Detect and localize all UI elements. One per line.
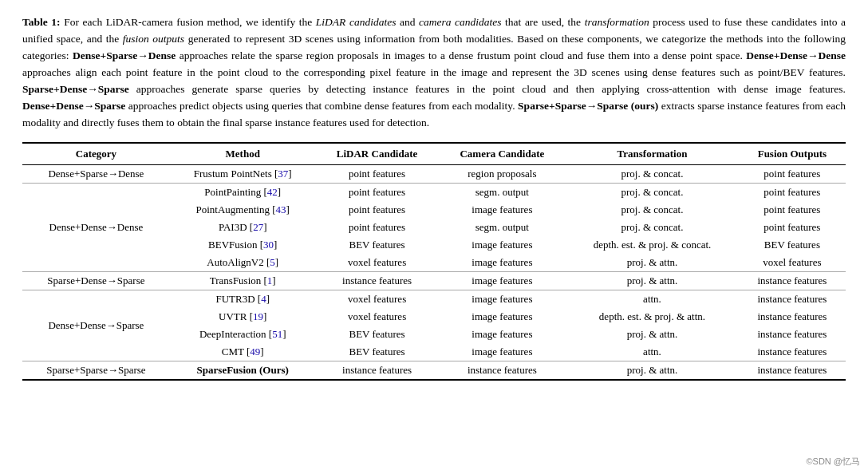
category-cell: Sparse+Sparse→Sparse (22, 361, 170, 381)
caption-text1: For each LiDAR-camera fusion method, we … (61, 16, 316, 28)
method-cell: PointAugmenting [43] (170, 201, 316, 219)
table-row: Dense+Sparse→DenseFrustum PointNets [37]… (22, 165, 846, 184)
table-row: Dense+Dense→DensePointPainting [42]point… (22, 184, 846, 202)
lidar-cell: voxel features (316, 290, 439, 309)
fusion-cell: instance features (739, 326, 846, 343)
camera-cell: region proposals (439, 165, 566, 184)
comparison-table: Category Method LiDAR Candidate Camera C… (22, 142, 846, 381)
category-cell: Dense+Dense→Dense (22, 184, 170, 272)
caption-text3: that are used, the (502, 16, 585, 28)
table-header-row: Category Method LiDAR Candidate Camera C… (22, 143, 846, 165)
lidar-cell: point features (316, 184, 439, 202)
method-cell: BEVFusion [30] (170, 236, 316, 254)
transform-cell: proj. & concat. (566, 165, 739, 184)
caption-text6: approaches relate the sparse region prop… (176, 49, 746, 61)
camera-cell: image features (439, 326, 566, 343)
caption-cat2: Dense+Dense→Dense (746, 49, 846, 61)
camera-cell: instance features (439, 361, 566, 381)
method-cell: SparseFusion (Ours) (170, 361, 316, 381)
transform-cell: depth. est. & proj. & attn. (566, 308, 739, 326)
caption-text9: approaches predict objects using queries… (125, 100, 518, 112)
method-cell: DeepInteraction [51] (170, 326, 316, 343)
method-cell: Frustum PointNets [37] (170, 165, 316, 184)
lidar-cell: BEV features (316, 236, 439, 254)
camera-cell: image features (439, 290, 566, 309)
lidar-cell: point features (316, 219, 439, 236)
camera-cell: image features (439, 272, 566, 290)
camera-cell: segm. output (439, 219, 566, 236)
col-header-camera: Camera Candidate (439, 143, 566, 165)
method-cell: PAI3D [27] (170, 219, 316, 236)
transform-cell: proj. & concat. (566, 201, 739, 219)
transform-cell: attn. (566, 343, 739, 361)
camera-cell: image features (439, 236, 566, 254)
transform-cell: proj. & attn. (566, 272, 739, 290)
caption-transformation: transformation (585, 16, 649, 28)
col-header-method: Method (170, 143, 316, 165)
lidar-cell: point features (316, 201, 439, 219)
fusion-cell: BEV features (739, 236, 846, 254)
table-caption: Table 1: For each LiDAR-camera fusion me… (22, 14, 846, 131)
category-cell: Dense+Dense→Sparse (22, 290, 170, 361)
camera-cell: segm. output (439, 184, 566, 202)
fusion-cell: point features (739, 201, 846, 219)
transform-cell: proj. & attn. (566, 254, 739, 272)
lidar-cell: voxel features (316, 254, 439, 272)
transform-cell: proj. & concat. (566, 184, 739, 202)
table-label: Table 1: (22, 16, 61, 28)
caption-cat4: Dense+Dense→Sparse (22, 100, 125, 112)
lidar-cell: instance features (316, 361, 439, 381)
method-cell: AutoAlignV2 [5] (170, 254, 316, 272)
camera-cell: image features (439, 343, 566, 361)
lidar-cell: instance features (316, 272, 439, 290)
caption-cat5: Sparse+Sparse→Sparse (ours) (518, 100, 658, 112)
camera-cell: image features (439, 201, 566, 219)
transform-cell: proj. & attn. (566, 326, 739, 343)
caption-camera: camera candidates (419, 16, 502, 28)
caption-text7: approaches align each point feature in t… (22, 66, 846, 78)
transform-cell: depth. est. & proj. & concat. (566, 236, 739, 254)
method-cell: UVTR [19] (170, 308, 316, 326)
transform-cell: attn. (566, 290, 739, 309)
caption-text8: approaches generate sparse queries by de… (129, 83, 846, 95)
fusion-cell: instance features (739, 343, 846, 361)
method-cell: TransFusion [1] (170, 272, 316, 290)
caption-cat3: Sparse+Dense→Sparse (22, 83, 129, 95)
fusion-cell: instance features (739, 361, 846, 381)
col-header-fusion: Fusion Outputs (739, 143, 846, 165)
table-row: Dense+Dense→SparseFUTR3D [4]voxel featur… (22, 290, 846, 309)
transform-cell: proj. & attn. (566, 361, 739, 381)
category-cell: Sparse+Dense→Sparse (22, 272, 170, 290)
watermark: ©SDN @忆马 (806, 456, 860, 468)
fusion-cell: instance features (739, 290, 846, 309)
table-row: Sparse+Sparse→SparseSparseFusion (Ours)i… (22, 361, 846, 381)
camera-cell: image features (439, 254, 566, 272)
method-cell: FUTR3D [4] (170, 290, 316, 309)
table-row: Sparse+Dense→SparseTransFusion [1]instan… (22, 272, 846, 290)
lidar-cell: voxel features (316, 308, 439, 326)
caption-fusion-outputs: fusion outputs (123, 33, 184, 45)
col-header-lidar: LiDAR Candidate (316, 143, 439, 165)
col-header-transform: Transformation (566, 143, 739, 165)
lidar-cell: point features (316, 165, 439, 184)
fusion-cell: voxel features (739, 254, 846, 272)
col-header-category: Category (22, 143, 170, 165)
fusion-cell: instance features (739, 272, 846, 290)
lidar-cell: BEV features (316, 343, 439, 361)
fusion-cell: point features (739, 184, 846, 202)
fusion-cell: point features (739, 219, 846, 236)
lidar-cell: BEV features (316, 326, 439, 343)
camera-cell: image features (439, 308, 566, 326)
caption-cat1: Dense+Sparse→Dense (73, 49, 176, 61)
fusion-cell: instance features (739, 308, 846, 326)
method-cell: PointPainting [42] (170, 184, 316, 202)
fusion-cell: point features (739, 165, 846, 184)
transform-cell: proj. & concat. (566, 219, 739, 236)
caption-lidar: LiDAR candidates (316, 16, 397, 28)
method-cell: CMT [49] (170, 343, 316, 361)
category-cell: Dense+Sparse→Dense (22, 165, 170, 184)
caption-text2: and (396, 16, 419, 28)
